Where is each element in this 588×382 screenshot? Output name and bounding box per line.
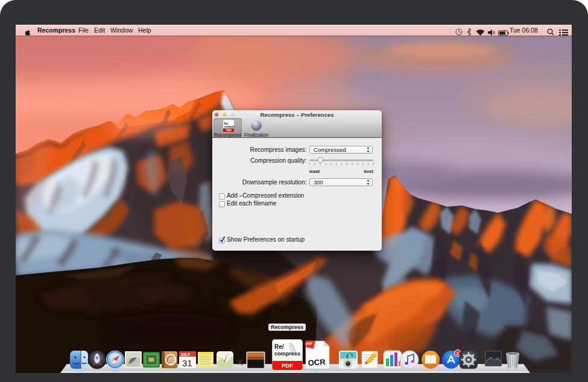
- svg-text:compress: compress: [224, 125, 235, 128]
- svg-text:OCR: OCR: [308, 357, 326, 368]
- svg-text:JULY: JULY: [180, 352, 191, 357]
- svg-text:@: @: [168, 355, 176, 365]
- svg-text:compress: compress: [274, 351, 300, 357]
- svg-text:PDF: PDF: [282, 362, 293, 369]
- svg-text:31: 31: [182, 358, 192, 368]
- svg-text:Re/: Re/: [274, 343, 284, 350]
